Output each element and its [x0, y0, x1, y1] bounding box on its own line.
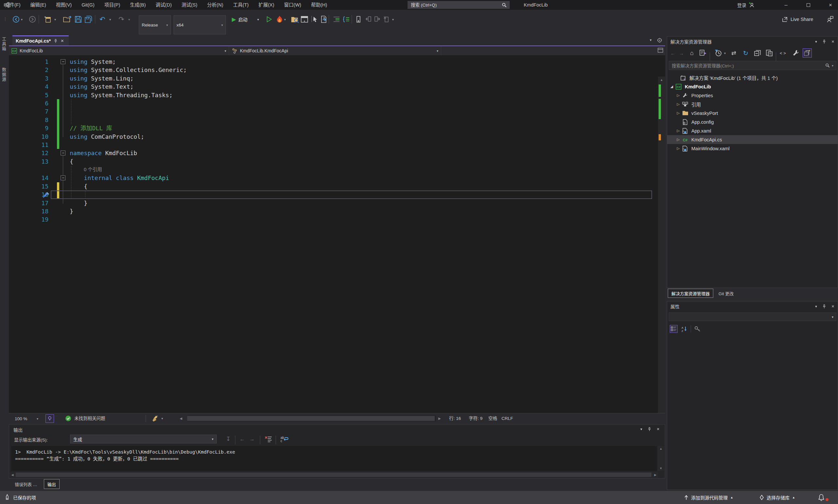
pin-icon[interactable] — [647, 427, 652, 431]
menu-item[interactable]: 帮助(H) — [306, 0, 332, 10]
output-goto-button[interactable]: ↧ — [226, 435, 230, 444]
chevron-down-icon[interactable]: ▾ — [832, 64, 834, 68]
categorized-view-button[interactable] — [670, 325, 678, 333]
window-layout-button[interactable] — [301, 10, 308, 29]
zoom-dropdown[interactable]: 100 % ▾ — [12, 415, 41, 422]
menu-item[interactable]: 扩展(X) — [254, 0, 279, 10]
data-sources-vertical-tab[interactable]: 数据源 — [1, 68, 7, 82]
redo-button[interactable]: ↷ — [119, 10, 124, 29]
tab-solution-explorer[interactable]: 解决方案资源管理器 — [668, 289, 713, 298]
hot-reload-caret[interactable]: ▾ — [284, 10, 286, 29]
collapsed-arrow-icon[interactable]: ▷ — [676, 129, 680, 133]
new-project-button[interactable] — [44, 10, 52, 29]
clear-bookmarks-button[interactable] — [383, 10, 390, 29]
output-horizontal-scrollbar[interactable]: ◀ ▶ — [10, 472, 658, 478]
solution-explorer-header[interactable]: 解决方案资源管理器 ▾ ✕ — [667, 37, 838, 47]
menu-item[interactable]: 测试(S) — [177, 0, 202, 10]
close-icon[interactable]: ✕ — [832, 304, 834, 309]
close-tab-icon[interactable]: ✕ — [60, 39, 64, 43]
notifications-button[interactable] — [818, 491, 825, 504]
menu-item[interactable]: 分析(N) — [202, 0, 228, 10]
output-word-wrap-button[interactable]: abc — [280, 435, 289, 444]
chevron-down-icon[interactable]: ▾ — [640, 427, 642, 431]
tree-item--kmdfoclib-1-1-[interactable]: 解决方案 'KmdFocLib' (1 个项目，共 1 个) — [667, 73, 838, 82]
solution-explorer-search-box[interactable]: 搜索解决方案资源管理器(Ctrl+;) ▾ — [669, 61, 836, 70]
tree-item-mainwindow-xaml[interactable]: ▷MainWindow.xaml — [667, 144, 838, 153]
close-icon[interactable]: ✕ — [657, 427, 660, 431]
code-cleanup-icon[interactable] — [151, 415, 159, 422]
comment-lines-button[interactable] — [333, 10, 340, 29]
collapsed-arrow-icon[interactable]: ▷ — [676, 111, 680, 115]
nav-forward-button[interactable] — [29, 10, 36, 29]
menu-item[interactable]: 工具(T) — [228, 0, 254, 10]
alphabetical-view-button[interactable]: AZ — [681, 326, 688, 332]
fold-collapse-icon[interactable]: − — [60, 59, 66, 64]
tree-item-vseaskyport[interactable]: ▷vSeaskyPort — [667, 109, 838, 118]
document-well-caret-icon[interactable]: ▾ — [650, 38, 652, 42]
editor-horizontal-scrollbar[interactable] — [187, 415, 436, 421]
tree-item-kmdfocapi-cs[interactable]: ▷C#KmdFocApi.cs — [667, 135, 838, 144]
scroll-right-icon[interactable]: ▶ — [653, 472, 658, 477]
menu-item[interactable]: Git(G) — [76, 0, 99, 10]
open-file-button[interactable] — [63, 10, 71, 29]
se-pending-changes-filter-button[interactable] — [714, 47, 722, 59]
toolbar-overflow-caret[interactable]: ▾ — [392, 10, 394, 29]
toolbox-vertical-tab[interactable]: 工具箱 — [1, 37, 7, 51]
menu-item[interactable]: 生成(B) — [125, 0, 150, 10]
undo-caret[interactable]: ▾ — [109, 10, 111, 29]
minimize-button[interactable]: ─ — [779, 0, 794, 10]
scroll-right-icon[interactable]: ▶ — [438, 413, 441, 424]
scroll-left-icon[interactable]: ◀ — [180, 413, 182, 424]
scrollbar-thumb[interactable] — [187, 416, 435, 421]
spaces-indicator[interactable]: 空格 — [488, 413, 497, 424]
pin-icon[interactable] — [54, 39, 58, 43]
output-clear-all-button[interactable] — [265, 435, 272, 444]
output-next-message-button[interactable]: → — [249, 435, 255, 444]
se-view-code-button[interactable]: < > — [780, 47, 786, 59]
previous-bookmark-button[interactable] — [365, 10, 372, 29]
output-source-dropdown[interactable]: 生成 ▾ — [70, 435, 217, 444]
quick-search-box[interactable] — [408, 1, 510, 9]
se-refresh-button[interactable]: ↻ — [743, 47, 748, 59]
collapsed-arrow-icon[interactable]: ▷ — [676, 138, 680, 142]
output-log[interactable]: 1> KmdFocLib -> E:\KmdFoc\Tools\vSeaskyD… — [11, 446, 657, 471]
new-project-caret[interactable]: ▾ — [54, 10, 56, 29]
close-icon[interactable]: ✕ — [832, 40, 834, 44]
scroll-down-icon[interactable]: ▼ — [658, 466, 664, 471]
selection-mode-button[interactable] — [310, 10, 318, 29]
se-home-button[interactable]: ⌂ — [690, 47, 694, 59]
se-back-button[interactable]: ← — [671, 47, 675, 59]
next-bookmark-button[interactable] — [374, 10, 381, 29]
select-repository-button[interactable]: 选择存储库 ▲ — [760, 491, 795, 504]
start-caret[interactable]: ▾ — [257, 10, 259, 29]
close-button[interactable]: ✕ — [823, 0, 838, 10]
fold-collapse-icon[interactable]: − — [60, 176, 66, 180]
uncomment-lines-button[interactable] — [342, 10, 350, 29]
scrollbar-thumb[interactable] — [16, 472, 652, 477]
pin-icon[interactable] — [822, 40, 826, 44]
save-all-button[interactable] — [85, 10, 92, 29]
nav-back-caret[interactable]: ▾ — [21, 10, 22, 29]
restore-button[interactable] — [801, 0, 816, 10]
menu-item[interactable]: 视图(V) — [51, 0, 76, 10]
collapsed-arrow-icon[interactable]: ▷ — [676, 146, 680, 150]
se-sync-button[interactable]: ⇄ — [731, 47, 736, 59]
sign-in-button[interactable]: 登录 — [737, 0, 754, 10]
line-ending-indicator[interactable]: CRLF — [501, 413, 513, 424]
nav-back-button[interactable] — [13, 10, 20, 29]
output-previous-message-button[interactable]: ← — [239, 435, 245, 444]
menu-item[interactable]: 编辑(E) — [25, 0, 51, 10]
collapsed-arrow-icon[interactable]: ▷ — [676, 93, 680, 97]
menu-item[interactable]: 窗口(W) — [279, 0, 306, 10]
save-button[interactable] — [75, 10, 82, 29]
start-without-debugging-button[interactable] — [266, 10, 272, 29]
project-dropdown[interactable]: C# KmdFocLib ▾ — [9, 46, 229, 55]
tree-item-properties[interactable]: ▷Properties — [667, 91, 838, 100]
se-filter-caret[interactable]: ▾ — [724, 47, 726, 59]
expanded-arrow-icon[interactable]: ◢ — [670, 85, 674, 89]
se-properties-button[interactable] — [792, 47, 799, 59]
hot-reload-button[interactable] — [276, 10, 283, 29]
editor-vertical-scrollbar[interactable]: ▲ ▼ — [658, 76, 665, 434]
navigate-document-button[interactable] — [320, 10, 327, 29]
quick-actions-icon[interactable] — [43, 191, 50, 198]
